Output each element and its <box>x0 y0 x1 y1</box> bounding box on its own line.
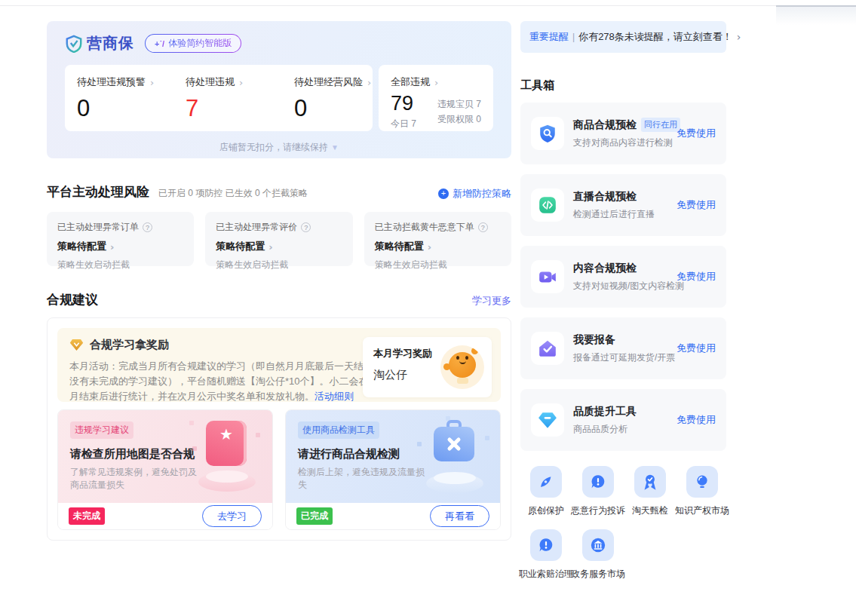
tool-card-content-precheck[interactable]: 内容合规预检 支持对短视频/图文内容检测 免费使用 <box>520 246 726 308</box>
chevron-right-icon: › <box>150 77 154 88</box>
free-use-link[interactable]: 免费使用 <box>677 127 716 140</box>
stat-value: 0 <box>77 95 166 122</box>
risk-card-note: 策略生效启动拦截 <box>375 259 501 271</box>
monthly-reward-card: 本月学习奖励 淘公仔 <box>363 337 492 397</box>
risk-card-status-link[interactable]: 策略待配置› <box>216 240 342 253</box>
risk-card-scalpers: 已主动拦截黄牛恶意下单? 策略待配置› 策略生效启动拦截 <box>364 212 511 266</box>
reward-banner-title: 合规学习拿奖励 <box>90 338 169 352</box>
tao-doll-mascot <box>440 345 484 389</box>
status-badge: 已完成 <box>296 507 333 525</box>
free-use-link[interactable]: 免费使用 <box>677 198 716 212</box>
risk-section-title: 平台主动处理风险 <box>47 183 149 201</box>
quick-link-claim-governance[interactable]: 职业索赔治理 <box>520 529 572 581</box>
stat-value: 0 <box>294 95 383 122</box>
claim-bubble-icon <box>530 529 562 561</box>
free-use-link[interactable]: 免费使用 <box>677 342 716 355</box>
risk-card-orders: 已主动处理异常订单? 策略待配置› 策略生效启动拦截 <box>47 212 194 266</box>
chevron-right-icon: › <box>239 77 243 88</box>
look-again-button[interactable]: 再看看 <box>430 505 489 527</box>
shield-search-icon <box>531 117 564 150</box>
video-icon <box>531 260 564 293</box>
tool-card-quality[interactable]: 品质提升工具 商品品质分析 免费使用 <box>520 389 726 451</box>
risk-section-meta: 已开启 0 项防控 已生效 0 个拦截策略 <box>158 187 308 200</box>
restricted-permissions-count: 受限权限 0 <box>437 112 481 127</box>
go-learn-button[interactable]: 去学习 <box>202 505 262 527</box>
quick-link-malicious-complaint[interactable]: 恶意行为投诉 <box>572 466 624 517</box>
all-violations-value: 79 <box>391 92 416 115</box>
card-desc: 检测后上架，避免违规及流量损失 <box>298 466 431 492</box>
brand-shield-icon <box>65 35 83 53</box>
main-column: 营商保 +˙/ 体验简约智能版 待处理违规预警› 0 待处理违规› 7 <box>47 21 511 541</box>
code-icon <box>531 188 564 222</box>
tool-card-product-precheck[interactable]: 商品合规预检 同行在用 支持对商品内容进行检测 免费使用 <box>520 103 726 164</box>
tool-desc: 商品品质分析 <box>573 423 673 436</box>
tools-cross-icon <box>434 427 474 461</box>
advice-section-title: 合规建议 <box>47 291 98 308</box>
quick-link-original-protection[interactable]: 原创保护 <box>520 466 572 517</box>
add-strategy-button[interactable]: + 新增防控策略 <box>438 187 511 201</box>
help-icon[interactable]: ? <box>478 222 488 232</box>
risk-card-status-link[interactable]: 策略待配置› <box>375 240 501 253</box>
advice-section-header: 合规建议 学习更多 <box>47 291 511 308</box>
version-badge[interactable]: +˙/ 体验简约智能版 <box>145 34 241 53</box>
important-alert-banner[interactable]: 重要提醒 | 你有278条未读提醒，请立刻查看！ › <box>520 21 726 53</box>
score-tip-text: 店铺暂无扣分，请继续保持 <box>219 142 328 152</box>
quick-link-label: 淘天甄检 <box>632 504 668 517</box>
today-count: 今日 7 <box>391 118 416 130</box>
quick-link-taotian-inspection[interactable]: 淘天甄检 <box>624 466 676 517</box>
tool-title: 品质提升工具 <box>573 405 637 418</box>
caret-down-icon[interactable]: ▼ <box>331 143 339 152</box>
chevron-right-icon: › <box>367 77 371 88</box>
all-violations-card[interactable]: 全部违规› 79 今日 7 违规宝贝 7 受限权限 0 <box>379 65 493 131</box>
medal-icon <box>634 466 666 498</box>
pen-icon <box>530 466 562 498</box>
bank-icon <box>582 529 614 561</box>
risk-card-label: 已主动拦截黄牛恶意下单 <box>375 221 474 234</box>
score-tip: 店铺暂无扣分，请继续保持▼ <box>65 141 493 154</box>
reward-banner-body: 本月活动：完成当月所有合规建议的学习（即自然月月底最后一天结束前没有未完成的学习… <box>69 359 392 404</box>
stat-pending-risk[interactable]: 待处理经营风险› 0 <box>294 75 383 121</box>
toolbox-title: 工具箱 <box>520 78 726 93</box>
hero-panel: 营商保 +˙/ 体验简约智能版 待处理违规预警› 0 待处理违规› 7 <box>47 21 511 158</box>
learn-more-link[interactable]: 学习更多 <box>472 294 511 308</box>
stats-row: 待处理违规预警› 0 待处理违规› 7 待处理经营风险› 0 全部违规› <box>65 65 493 131</box>
quick-link-gov-services[interactable]: 政务服务市场 <box>572 529 624 581</box>
tool-card-live-precheck[interactable]: 直播合规预检 检测通过后进行直播 免费使用 <box>520 174 726 236</box>
toolbox-illustration <box>416 416 491 493</box>
tool-desc: 支持对商品内容进行检测 <box>573 136 673 149</box>
help-icon[interactable]: ? <box>143 222 152 232</box>
diamond-icon <box>531 403 564 437</box>
card-tag: 使用商品检测工具 <box>298 421 379 439</box>
peer-usage-badge: 同行在用 <box>641 118 680 132</box>
brand-name: 营商保 <box>87 33 134 54</box>
book-illustration: ★ <box>188 416 263 493</box>
sidebar: 重要提醒 | 你有278条未读提醒，请立刻查看！ › 工具箱 商品合规 <box>520 21 726 581</box>
chevron-right-icon: › <box>434 77 438 88</box>
sparkle-icon: +˙/ <box>155 39 164 48</box>
quick-link-ip-market[interactable]: 知识产权市场 <box>677 466 728 517</box>
top-divider-fade <box>776 7 856 25</box>
help-icon[interactable]: ? <box>301 222 311 232</box>
stat-label: 待处理违规 <box>186 75 235 89</box>
free-use-link[interactable]: 免费使用 <box>677 270 716 283</box>
activity-rules-link[interactable]: 活动细则 <box>314 391 354 402</box>
stat-label: 待处理经营风险 <box>294 75 363 89</box>
free-use-link[interactable]: 免费使用 <box>677 413 716 427</box>
chevron-right-icon: › <box>268 241 272 253</box>
stat-pending-warning[interactable]: 待处理违规预警› 0 <box>77 75 166 121</box>
risk-section-header: 平台主动处理风险 已开启 0 项防控 已生效 0 个拦截策略 + 新增防控策略 <box>47 183 511 201</box>
tool-desc: 检测通过后进行直播 <box>573 208 673 221</box>
logo-row: 营商保 +˙/ 体验简约智能版 <box>65 33 493 54</box>
home-check-icon <box>531 332 564 365</box>
star-icon: ★ <box>206 425 247 443</box>
alert-divider: | <box>572 32 575 42</box>
tool-title: 内容合规预检 <box>573 262 637 275</box>
risk-card-reviews: 已主动处理异常评价? 策略待配置› 策略生效启动拦截 <box>205 212 352 266</box>
stat-label: 全部违规 <box>391 75 430 89</box>
stat-pending-violation[interactable]: 待处理违规› 7 <box>186 75 275 121</box>
tool-card-report[interactable]: 我要报备 报备通过可延期发货/开票 免费使用 <box>520 317 726 379</box>
risk-card-status-link[interactable]: 策略待配置› <box>57 240 183 253</box>
risk-card-label: 已主动处理异常评价 <box>216 221 297 234</box>
chevron-right-icon: › <box>732 31 741 43</box>
advice-container: 合规学习拿奖励 本月活动：完成当月所有合规建议的学习（即自然月月底最后一天结束前… <box>47 317 511 541</box>
